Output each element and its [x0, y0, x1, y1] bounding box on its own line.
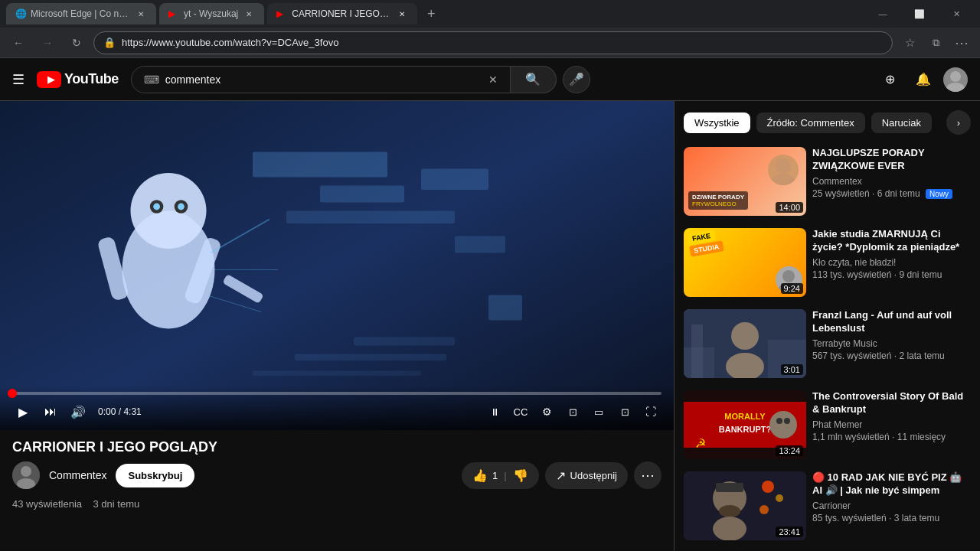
filter-source[interactable]: Źródło: Commentex: [756, 112, 865, 133]
theater-button[interactable]: ▭: [588, 401, 609, 422]
sidebar-meta-v4: 1,1 mln wyświetleń · 11 miesięcy: [812, 432, 971, 442]
svg-rect-4: [320, 186, 404, 203]
tab-close-yt-search[interactable]: ✕: [243, 8, 255, 20]
sidebar-channel-v2: Kło czyta, nie bładzi!: [812, 257, 971, 268]
yt-header-actions: ⊕ 🔔: [876, 66, 968, 93]
sidebar-card-v5[interactable]: 23:41 🔴 10 RAD JAK NIE BYĆ PIZ 🤖 AI 🔊 | …: [675, 465, 980, 546]
like-button[interactable]: 👍 1 | 👎: [462, 462, 539, 489]
skip-next-button[interactable]: ⏭: [40, 401, 61, 422]
filter-naruciak[interactable]: Naruciak: [871, 112, 932, 133]
browser-toolbar: ← → ↻ 🔒 https://www.youtube.com/watch?v=…: [0, 28, 980, 58]
keyboard-icon[interactable]: ⌨: [144, 73, 159, 86]
back-button[interactable]: ←: [6, 31, 31, 55]
yt-search-button[interactable]: 🔍: [511, 66, 557, 93]
subtitles-button[interactable]: CC: [510, 401, 531, 422]
tab-edge[interactable]: 🌐 Microsoft Edge | Co nowego ✕: [6, 3, 156, 24]
like-icon: 👍: [472, 468, 488, 483]
video-player[interactable]: ▶ ⏭ 🔊 0:00 / 4:31 ⏸ CC ⚙ ⊡ ▭: [0, 101, 674, 430]
yt-search-input[interactable]: commentex: [165, 73, 482, 86]
svg-rect-3: [253, 152, 387, 178]
video-info: CARRIONER I JEGO POGLĄDY Commentex Subsk…: [0, 430, 674, 495]
sidebar-card-v2[interactable]: FAKE STUDIA 9:24 Jakie studia ZMARNUJĄ C…: [675, 222, 980, 303]
yt-mic-button[interactable]: 🎤: [563, 66, 590, 93]
favorites-button[interactable]: ☆: [897, 31, 922, 55]
browser-menu-button[interactable]: ⋯: [949, 31, 974, 55]
close-button[interactable]: ✕: [939, 0, 974, 28]
yt-sidebar: Wszystkie Źródło: Commentex Naruciak › D…: [674, 101, 980, 551]
sidebar-meta-v3: 567 tys. wyświetleń · 2 lata temu: [812, 350, 971, 361]
tab-favicon-yt-search: ▶: [168, 8, 179, 19]
address-text: https://www.youtube.com/watch?v=DCAve_3f…: [122, 37, 883, 48]
video-title: CARRIONER I JEGO POGLĄDY: [12, 439, 662, 455]
tab-yt-video[interactable]: ▶ CARRIONER I JEGO POGLĄDY - ✕: [267, 3, 417, 24]
like-count: 1: [492, 470, 498, 481]
divider: |: [504, 470, 506, 481]
cast-button[interactable]: ⊡: [614, 401, 635, 422]
sidebar-channel-v3: Terrabyte Music: [812, 338, 971, 349]
fullscreen-button[interactable]: ⛶: [640, 401, 662, 422]
address-bar[interactable]: 🔒 https://www.youtube.com/watch?v=DCAve_…: [93, 31, 893, 54]
share-button[interactable]: ↗ Udostępnij: [545, 462, 628, 489]
svg-point-44: [784, 418, 790, 424]
progress-bar[interactable]: [12, 392, 662, 395]
svg-point-52: [760, 505, 769, 514]
search-clear-icon[interactable]: ✕: [488, 73, 498, 86]
tab-close-edge[interactable]: ✕: [135, 8, 147, 20]
svg-point-48: [719, 505, 740, 517]
subscribe-button[interactable]: Subskrybuj: [116, 464, 194, 487]
svg-point-49: [713, 517, 746, 540]
sidebar-channel-v1: Commentex: [812, 176, 971, 187]
new-tab-button[interactable]: +: [420, 3, 442, 24]
miniplayer-button[interactable]: ⊡: [562, 401, 583, 422]
time-display: 0:00 / 4:31: [98, 406, 142, 417]
sidebar-title-v2: Jakie studia ZMARNUJĄ Ci życie? *Dyplomi…: [812, 228, 971, 254]
sidebar-info-v4: The Controversial Story Of Bald & Bankru…: [812, 390, 971, 459]
svg-text:☭: ☭: [695, 437, 706, 450]
filter-all[interactable]: Wszystkie: [684, 112, 750, 133]
sidebar-card-v1[interactable]: DZIWNE PORADY FRYWOLNEGO 14:00 NAJGLUPSZ…: [675, 141, 980, 222]
svg-point-28: [772, 174, 795, 185]
forward-button[interactable]: →: [35, 31, 60, 55]
yt-header: ☰ ▶ YouTube ⌨ commentex ✕ 🔍 🎤 ⊕ 🔔: [0, 58, 980, 101]
sidebar-card-v3[interactable]: 3:01 Franzl Lang - Auf und auf voll Lebe…: [675, 303, 980, 384]
maximize-button[interactable]: ⬜: [902, 0, 937, 28]
svg-point-42: [769, 411, 797, 439]
channel-avatar[interactable]: [12, 461, 40, 489]
user-avatar[interactable]: [943, 67, 968, 92]
create-video-button[interactable]: ⊕: [876, 66, 903, 93]
chapters-button[interactable]: ⏸: [484, 401, 505, 422]
svg-rect-10: [295, 354, 446, 361]
sidebar-thumb-v4: MORALLY BANKRUPT? ☭ 13:24: [684, 390, 806, 459]
play-button[interactable]: ▶: [12, 401, 34, 422]
extensions-button[interactable]: ⧉: [923, 31, 948, 55]
filter-next-arrow[interactable]: ›: [946, 110, 971, 135]
reload-button[interactable]: ↻: [64, 31, 89, 55]
yt-logo[interactable]: ▶ YouTube: [37, 71, 119, 88]
svg-rect-11: [253, 371, 421, 377]
tab-yt-search[interactable]: ▶ yt - Wyszukaj ✕: [159, 3, 264, 24]
hamburger-menu-icon[interactable]: ☰: [12, 71, 24, 88]
notifications-button[interactable]: 🔔: [910, 66, 937, 93]
volume-button[interactable]: 🔊: [67, 401, 89, 422]
svg-rect-47: [716, 483, 743, 492]
sidebar-thumb-v1: DZIWNE PORADY FRYWOLNEGO 14:00: [684, 147, 806, 216]
controls-row: ▶ ⏭ 🔊 0:00 / 4:31 ⏸ CC ⚙ ⊡ ▭: [12, 401, 662, 422]
minimize-button[interactable]: —: [865, 0, 900, 28]
svg-point-32: [731, 322, 759, 350]
sidebar-meta-v1: 25 wyświetleń · 6 dni temu Nowy: [812, 188, 971, 199]
svg-point-50: [762, 481, 774, 493]
upload-date: 3 dni temu: [93, 498, 140, 510]
tab-close-yt-video[interactable]: ✕: [396, 8, 408, 20]
window-controls: — ⬜ ✕: [865, 0, 974, 28]
video-actions: 👍 1 | 👎 ↗ Udostępnij ⋯: [462, 461, 662, 489]
sidebar-card-v4[interactable]: MORALLY BANKRUPT? ☭ 13:24 The Contr: [675, 384, 980, 465]
video-thumbnail: [0, 101, 674, 430]
channel-name[interactable]: Commentex: [49, 469, 106, 481]
view-count: 43 wyświetlenia: [12, 498, 82, 510]
svg-rect-8: [488, 295, 522, 321]
more-button[interactable]: ⋯: [634, 461, 662, 489]
toolbar-actions: ☆ ⧉ ⋯: [897, 31, 974, 55]
settings-button[interactable]: ⚙: [536, 401, 557, 422]
video-bg-shapes: [0, 101, 674, 430]
dislike-icon: 👎: [513, 468, 528, 483]
